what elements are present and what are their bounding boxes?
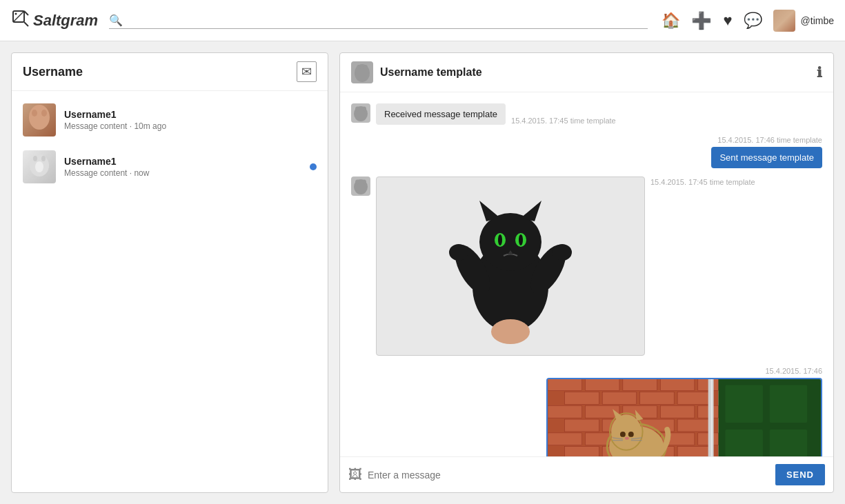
svg-rect-39 bbox=[623, 379, 657, 391]
chat-avatar bbox=[351, 61, 373, 83]
chat-panel: Username template ℹ Received message bbox=[339, 52, 834, 493]
chat-username: Username template bbox=[380, 66, 482, 79]
message-row-image-sent: 15.4.2015. 17:46 bbox=[351, 364, 822, 456]
chat-header-left: Username template bbox=[351, 61, 482, 83]
svg-rect-51 bbox=[565, 419, 599, 432]
svg-point-10 bbox=[41, 156, 46, 161]
send-button[interactable]: SEND bbox=[775, 464, 825, 485]
message-time: 15.4.2015. 17:45 time template bbox=[511, 117, 616, 125]
svg-point-9 bbox=[33, 156, 37, 161]
svg-point-84 bbox=[620, 432, 626, 437]
svg-rect-73 bbox=[770, 430, 807, 456]
conversation-preview: Message content · 10m ago bbox=[64, 121, 317, 131]
svg-rect-46 bbox=[548, 405, 582, 418]
message-time: 15.4.2015. 17:46 bbox=[765, 367, 822, 375]
svg-point-19 bbox=[355, 180, 359, 185]
list-item[interactable]: Username1 Message content · now bbox=[12, 143, 328, 190]
conversation-preview: Message content · now bbox=[64, 168, 317, 178]
svg-rect-55 bbox=[548, 433, 582, 445]
message-bubble-sent: Sent message template bbox=[711, 147, 822, 168]
avatar-image bbox=[773, 10, 795, 32]
svg-point-33 bbox=[553, 244, 572, 261]
svg-rect-45 bbox=[677, 392, 712, 405]
svg-point-20 bbox=[362, 180, 366, 185]
message-avatar bbox=[351, 103, 370, 123]
message-received: Received message template 15.4.2015. 17:… bbox=[351, 103, 822, 125]
message-row-received: Received message template 15.4.2015. 17:… bbox=[351, 103, 822, 125]
logo-text: Saltgram bbox=[33, 12, 98, 30]
svg-point-23 bbox=[479, 213, 541, 271]
svg-line-1 bbox=[13, 11, 24, 22]
image-upload-icon[interactable]: 🖼 bbox=[348, 467, 362, 483]
svg-rect-72 bbox=[725, 430, 762, 456]
cat-image bbox=[376, 177, 645, 356]
svg-point-6 bbox=[32, 110, 37, 117]
svg-point-28 bbox=[498, 234, 502, 245]
header-username: @timbe bbox=[801, 15, 834, 26]
svg-point-29 bbox=[519, 234, 523, 245]
svg-point-13 bbox=[357, 65, 361, 70]
messages-icon[interactable]: 💬 bbox=[744, 12, 762, 30]
compose-icon[interactable]: ✉ bbox=[297, 61, 317, 82]
conversation-list: Username1 Message content · 10m ago bbox=[12, 91, 328, 492]
svg-rect-54 bbox=[677, 419, 712, 432]
svg-rect-38 bbox=[585, 379, 619, 391]
message-row-image-received: 15.4.2015. 17:45 time template bbox=[351, 177, 822, 356]
svg-rect-70 bbox=[725, 385, 762, 423]
svg-rect-43 bbox=[602, 392, 637, 405]
search-icon: 🔍 bbox=[109, 14, 123, 27]
conversation-info: Username1 Message content · now bbox=[64, 156, 317, 178]
header: Saltgram 🔍 🏠 ➕ ♥ 💬 @timbe bbox=[0, 0, 845, 41]
svg-line-4 bbox=[24, 22, 28, 26]
main: Username ✉ Username1 Message content bbox=[0, 41, 845, 504]
message-input[interactable] bbox=[368, 470, 770, 481]
message-row-sent: 15.4.2015. 17:46 time template Sent mess… bbox=[351, 133, 822, 168]
avatar bbox=[23, 103, 56, 137]
svg-point-11 bbox=[35, 161, 43, 172]
conversations-title: Username bbox=[23, 65, 83, 79]
message-input-area: 🖼 SEND bbox=[340, 456, 833, 492]
svg-rect-60 bbox=[565, 447, 599, 456]
add-icon[interactable]: ➕ bbox=[691, 11, 712, 30]
conversation-info: Username1 Message content · 10m ago bbox=[64, 109, 317, 131]
message-image: 15.4.2015. 17:45 time template bbox=[351, 177, 822, 356]
conversations-header: Username ✉ bbox=[12, 53, 328, 91]
heart-icon[interactable]: ♥ bbox=[723, 12, 732, 30]
logo-icon bbox=[11, 9, 30, 32]
search-bar[interactable]: 🔍 bbox=[109, 12, 648, 29]
svg-point-17 bbox=[362, 107, 366, 112]
conversation-name: Username1 bbox=[64, 109, 317, 120]
svg-rect-75 bbox=[711, 379, 713, 456]
svg-rect-71 bbox=[770, 385, 807, 423]
svg-point-32 bbox=[449, 244, 468, 261]
svg-rect-49 bbox=[660, 405, 695, 418]
message-time: 15.4.2015. 17:45 time template bbox=[650, 178, 755, 186]
logo[interactable]: Saltgram bbox=[11, 9, 98, 32]
search-input[interactable] bbox=[126, 12, 648, 28]
messages-area: Received message template 15.4.2015. 17:… bbox=[340, 92, 833, 456]
message-time: 15.4.2015. 17:46 time template bbox=[717, 136, 822, 144]
svg-point-14 bbox=[364, 65, 368, 70]
info-icon[interactable]: ℹ bbox=[817, 64, 822, 81]
svg-point-5 bbox=[29, 105, 50, 130]
unread-indicator bbox=[310, 163, 317, 170]
avatar bbox=[23, 150, 56, 183]
list-item[interactable]: Username1 Message content · 10m ago bbox=[12, 97, 328, 143]
svg-rect-37 bbox=[548, 379, 582, 391]
svg-point-16 bbox=[355, 107, 359, 112]
svg-point-86 bbox=[625, 437, 629, 440]
fluffy-cat-image bbox=[546, 378, 822, 456]
svg-point-7 bbox=[41, 110, 47, 117]
message-bubble: Received message template bbox=[376, 103, 506, 125]
avatar bbox=[773, 10, 795, 32]
conversation-name: Username1 bbox=[64, 156, 317, 167]
header-icons: 🏠 ➕ ♥ 💬 @timbe bbox=[662, 10, 834, 32]
chat-header: Username template ℹ bbox=[340, 53, 833, 92]
svg-point-85 bbox=[628, 432, 634, 437]
svg-point-34 bbox=[491, 319, 530, 344]
svg-rect-44 bbox=[640, 392, 675, 405]
svg-rect-40 bbox=[660, 379, 695, 391]
message-avatar bbox=[351, 177, 370, 196]
user-profile[interactable]: @timbe bbox=[773, 10, 834, 32]
home-icon[interactable]: 🏠 bbox=[662, 12, 680, 30]
